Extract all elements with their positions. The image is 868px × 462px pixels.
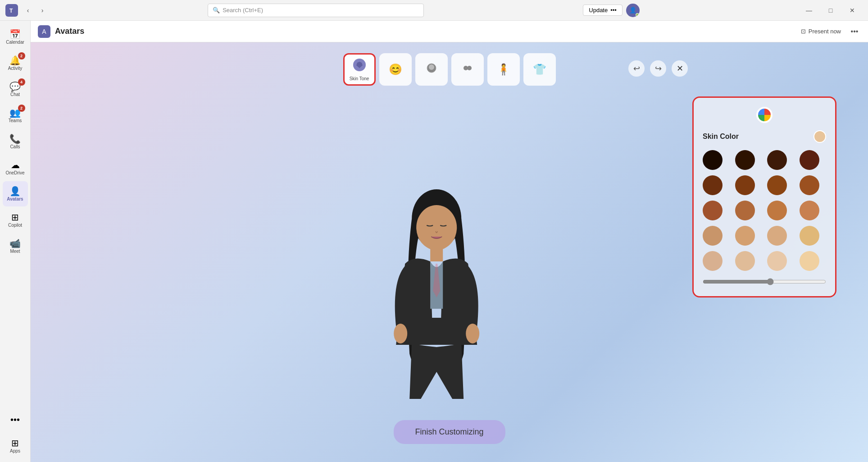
- skin-tone-icon: [353, 58, 366, 74]
- avatar-figure: [355, 174, 518, 435]
- skin-color-2[interactable]: [735, 150, 755, 170]
- maximize-button[interactable]: □: [820, 2, 841, 18]
- update-button[interactable]: Update •••: [583, 5, 623, 16]
- undo-button[interactable]: ↩: [628, 60, 645, 77]
- workspace-close-button[interactable]: ✕: [672, 60, 688, 77]
- skin-color-15[interactable]: [767, 226, 787, 246]
- sidebar-item-copilot[interactable]: ⊞ Copilot: [3, 207, 28, 233]
- onedrive-icon: ☁: [11, 160, 20, 169]
- skin-slider[interactable]: [703, 278, 826, 285]
- search-placeholder: Search (Ctrl+E): [223, 7, 263, 14]
- page-title: Avatars: [55, 27, 84, 36]
- category-outfit[interactable]: 👕: [523, 53, 556, 86]
- skin-color-4[interactable]: [800, 150, 819, 170]
- svg-point-8: [416, 205, 457, 250]
- face-icon: 😊: [389, 63, 402, 76]
- update-dots: •••: [610, 7, 617, 14]
- skin-color-5[interactable]: [703, 175, 723, 195]
- present-icon: ⊡: [801, 28, 806, 35]
- app-icon: A: [38, 25, 50, 38]
- teams-badge: 2: [18, 105, 25, 112]
- skin-color-10[interactable]: [735, 201, 755, 220]
- toolbar-actions: ↩ ↪ ✕: [628, 60, 688, 77]
- sidebar-item-activity[interactable]: 2 🔔 Activity: [3, 50, 28, 76]
- apps-icon: ⊞: [11, 439, 19, 448]
- workspace-close-icon: ✕: [677, 64, 683, 73]
- skin-color-3[interactable]: [767, 150, 787, 170]
- skin-color-16[interactable]: [800, 226, 819, 246]
- undo-icon: ↩: [633, 64, 640, 73]
- skin-color-18[interactable]: [735, 251, 755, 271]
- status-dot: [636, 13, 639, 17]
- present-label: Present now: [809, 28, 841, 35]
- body-icon: 🧍: [497, 63, 510, 76]
- category-features[interactable]: [451, 53, 484, 86]
- main-layout: 📅 Calendar 2 🔔 Activity 4 💬 Chat 2 👥 Tea…: [0, 21, 868, 462]
- google-circle-icon: [758, 109, 771, 121]
- skin-color-8[interactable]: [800, 175, 819, 195]
- back-button[interactable]: ‹: [22, 4, 34, 17]
- sidebar-item-apps[interactable]: ⊞ Apps: [3, 433, 28, 458]
- avatar-workspace: Skin Tone 😊: [31, 42, 868, 462]
- calls-icon: 📞: [9, 134, 21, 143]
- skin-color-1[interactable]: [703, 150, 723, 170]
- skin-color-13[interactable]: [703, 226, 723, 246]
- skin-color-6[interactable]: [735, 175, 755, 195]
- copilot-icon: ⊞: [11, 213, 19, 222]
- close-button[interactable]: ✕: [842, 2, 863, 18]
- redo-button[interactable]: ↪: [650, 60, 666, 77]
- panel-header: Skin Color: [703, 130, 826, 143]
- skin-color-11[interactable]: [767, 201, 787, 220]
- redo-icon: ↪: [655, 64, 662, 73]
- skin-color-12[interactable]: [800, 201, 819, 220]
- avatars-icon: 👤: [9, 187, 21, 196]
- category-face[interactable]: 😊: [379, 53, 412, 86]
- sidebar-item-chat[interactable]: 4 💬 Chat: [3, 77, 28, 102]
- google-icon: [756, 107, 773, 123]
- sidebar-item-avatars[interactable]: 👤 Avatars: [3, 181, 28, 206]
- skin-color-title: Skin Color: [703, 133, 739, 141]
- svg-point-6: [467, 66, 472, 70]
- category-body[interactable]: 🧍: [487, 53, 520, 86]
- skin-slider-container: [703, 278, 826, 287]
- svg-point-10: [394, 324, 407, 343]
- features-icon: [461, 62, 474, 77]
- calendar-icon: 📅: [9, 30, 21, 39]
- svg-rect-9: [430, 248, 443, 261]
- header-actions: ⊡ Present now •••: [797, 25, 861, 38]
- skin-color-17[interactable]: [703, 251, 723, 271]
- skin-color-7[interactable]: [767, 175, 787, 195]
- skin-color-20[interactable]: [800, 251, 819, 271]
- sidebar-item-calls[interactable]: 📞 Calls: [3, 129, 28, 154]
- window-controls: — □ ✕: [799, 2, 863, 18]
- finish-customizing-button[interactable]: Finish Customizing: [393, 420, 505, 444]
- content-more-button[interactable]: •••: [848, 25, 861, 38]
- meet-icon: 📹: [9, 239, 21, 248]
- hair-icon: [425, 62, 438, 77]
- forward-button[interactable]: ›: [36, 4, 49, 17]
- more-dots-icon: •••: [851, 27, 859, 36]
- sidebar-item-meet[interactable]: 📹 Meet: [3, 233, 28, 259]
- skin-color-19[interactable]: [767, 251, 787, 271]
- current-skin-color: [813, 130, 826, 143]
- svg-point-4: [429, 64, 434, 70]
- finish-customizing-label: Finish Customizing: [415, 427, 483, 436]
- category-hair[interactable]: [415, 53, 448, 86]
- category-skin-tone[interactable]: Skin Tone: [343, 53, 376, 86]
- sidebar: 📅 Calendar 2 🔔 Activity 4 💬 Chat 2 👥 Tea…: [0, 21, 31, 462]
- activity-badge: 2: [18, 52, 25, 59]
- minimize-button[interactable]: —: [799, 2, 819, 18]
- skin-color-14[interactable]: [735, 226, 755, 246]
- update-label: Update: [589, 7, 608, 14]
- sidebar-item-onedrive[interactable]: ☁ OneDrive: [3, 155, 28, 180]
- sidebar-item-more[interactable]: •••: [3, 407, 28, 432]
- sidebar-item-teams[interactable]: 2 👥 Teams: [3, 103, 28, 128]
- skin-tone-label: Skin Tone: [350, 76, 369, 81]
- more-icon: •••: [10, 415, 20, 424]
- present-now-button[interactable]: ⊡ Present now: [797, 26, 845, 37]
- skin-color-9[interactable]: [703, 201, 723, 220]
- nav-buttons: ‹ ›: [22, 4, 49, 17]
- search-bar[interactable]: 🔍 Search (Ctrl+E): [208, 4, 424, 17]
- sidebar-item-calendar[interactable]: 📅 Calendar: [3, 24, 28, 50]
- user-avatar[interactable]: 👤: [626, 4, 640, 17]
